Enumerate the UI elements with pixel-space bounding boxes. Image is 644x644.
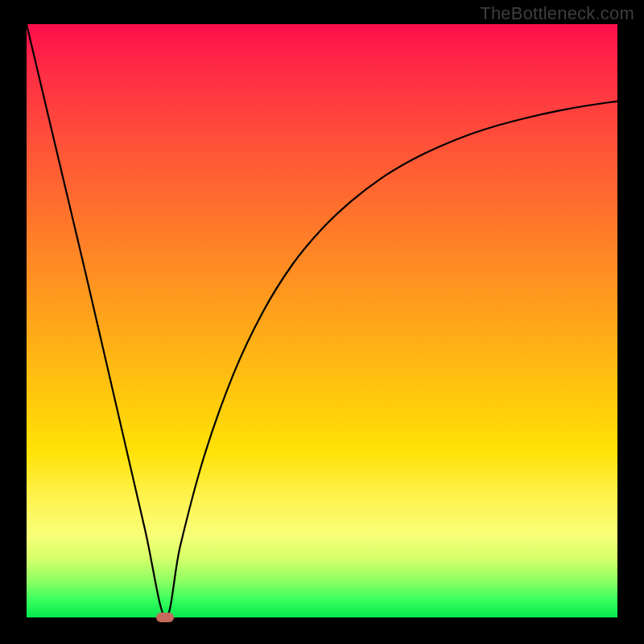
plot-area (27, 24, 617, 617)
optimum-marker (156, 613, 174, 622)
curve-path (27, 24, 617, 617)
watermark-text: TheBottleneck.com (480, 3, 634, 24)
chart-frame: TheBottleneck.com (0, 0, 644, 644)
bottleneck-curve (27, 24, 617, 617)
